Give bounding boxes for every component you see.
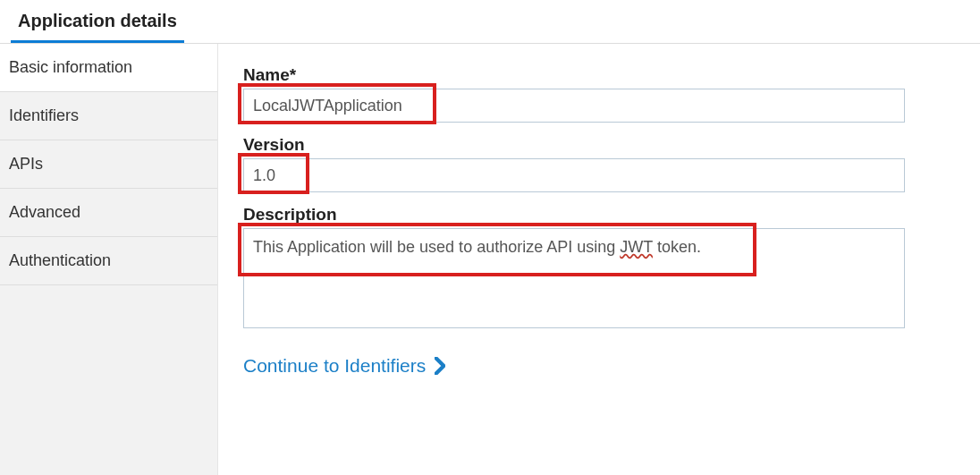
field-description: Description This Application will be use…: [243, 205, 955, 328]
tab-label: Application details: [18, 11, 177, 30]
sidebar-item-basic-information[interactable]: Basic information: [0, 44, 217, 92]
sidebar-item-advanced[interactable]: Advanced: [0, 189, 217, 237]
field-version: Version: [243, 135, 955, 192]
field-name: Name*: [243, 65, 955, 123]
sidebar-item-label: Identifiers: [9, 106, 79, 124]
description-text-pre: This Application will be used to authori…: [253, 238, 620, 256]
label-version: Version: [243, 135, 955, 155]
label-description: Description: [243, 205, 955, 225]
sidebar-item-authentication[interactable]: Authentication: [0, 237, 217, 285]
sidebar-item-label: APIs: [9, 155, 43, 173]
tab-application-details[interactable]: Application details: [11, 0, 184, 43]
input-version[interactable]: [243, 158, 905, 192]
description-text-spell: JWT: [620, 238, 653, 256]
label-name: Name*: [243, 65, 955, 85]
continue-label: Continue to Identifiers: [243, 355, 426, 377]
link-continue-identifiers[interactable]: Continue to Identifiers: [243, 355, 445, 377]
main-panel: Name* Version Description This Applicati…: [218, 44, 980, 475]
description-text-post: token.: [653, 238, 701, 256]
tab-bar: Application details: [0, 0, 980, 44]
sidebar-item-label: Advanced: [9, 203, 80, 221]
sidebar-item-label: Basic information: [9, 58, 132, 76]
input-description[interactable]: This Application will be used to authori…: [243, 228, 905, 328]
sidebar-item-label: Authentication: [9, 251, 111, 269]
sidebar-item-identifiers[interactable]: Identifiers: [0, 92, 217, 140]
input-name[interactable]: [243, 89, 905, 123]
sidebar: Basic information Identifiers APIs Advan…: [0, 44, 218, 475]
chevron-right-icon: [435, 357, 445, 375]
sidebar-item-apis[interactable]: APIs: [0, 140, 217, 189]
